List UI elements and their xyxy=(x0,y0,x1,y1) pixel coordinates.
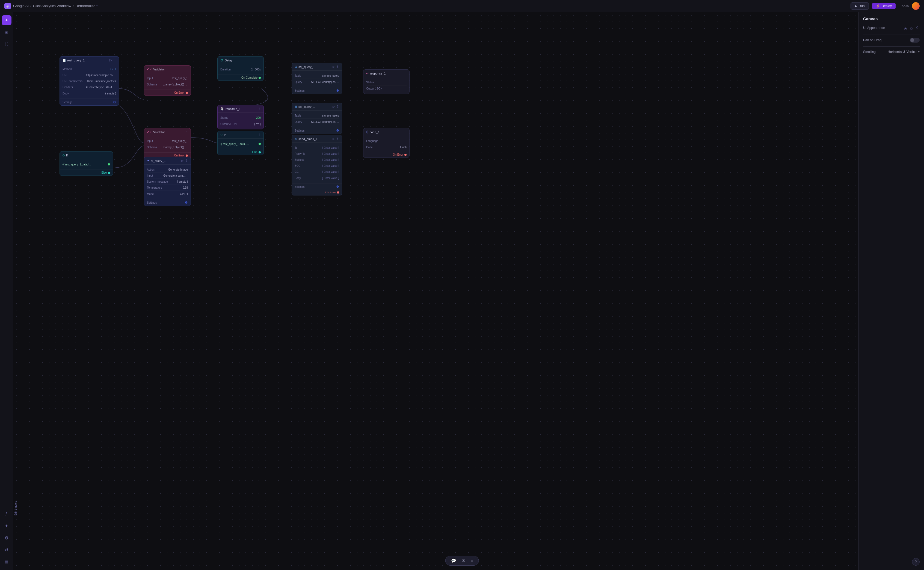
node-rest-query-1-actions: ▷ ⋮ xyxy=(109,58,116,62)
user-avatar[interactable] xyxy=(912,2,919,10)
more-icon-ai[interactable]: ⋮ xyxy=(185,159,188,162)
node-sql-query-1[interactable]: ⊞ sql_query_1 ▷ ⋮ Table sample_users Que… xyxy=(292,63,342,94)
error-dot-v1 xyxy=(186,92,188,94)
ui-appearance-row: UI Appearance A ☼ ☾ xyxy=(863,25,919,30)
play-small-icon[interactable]: ▷ xyxy=(109,58,112,62)
node-rest-query-1[interactable]: 📄 rest_query_1 ▷ ⋮ Method GET URL https:… xyxy=(60,56,119,106)
ui-appearance-controls: A ☼ ☾ xyxy=(904,25,919,30)
play-icon-email[interactable]: ▷ xyxy=(333,137,335,141)
db-icon-2: ⊞ xyxy=(295,105,297,108)
headers-row: Headers #Content-Type...#X-App-Env xyxy=(63,84,116,90)
node-response-1[interactable]: ↩ response_1 Status Output JSON xyxy=(363,69,409,94)
dark-mode-icon[interactable]: ☾ xyxy=(916,25,919,30)
panel-title: Canvas xyxy=(863,16,919,21)
node-code-1[interactable]: ⟨⟩ code_1 Language Code functi On Error xyxy=(363,128,409,158)
sidebar-layers-btn[interactable]: ⊞ xyxy=(2,27,11,37)
error-dot-v2 xyxy=(186,155,188,157)
inbox-icon[interactable]: ✉ xyxy=(462,558,465,563)
chevron-down-icon: ▾ xyxy=(97,5,98,8)
light-mode-icon[interactable]: ☼ xyxy=(910,26,913,30)
font-icon[interactable]: A xyxy=(904,26,907,30)
deploy-button[interactable]: ⚡ Deploy xyxy=(872,3,896,9)
bottom-bar: 💬 ✉ ≡ xyxy=(445,556,479,565)
play-icon-sql2[interactable]: ▷ xyxy=(333,105,335,108)
pan-on-drag-row: Pan on Drag xyxy=(863,38,919,43)
node-ai-query-1[interactable]: ✦ ai_query_1 ▷ ⋮ Action Generate Image I… xyxy=(144,157,191,206)
more-icon-sql2[interactable]: ⋮ xyxy=(336,105,339,108)
settings-icon-email[interactable]: ⚙ xyxy=(336,185,339,188)
play-icon-sql1[interactable]: ▷ xyxy=(333,65,335,69)
breadcrumb-current[interactable]: Denormalize ▾ xyxy=(75,4,98,8)
more-icon-email[interactable]: ⋮ xyxy=(336,137,339,141)
node-validator-1[interactable]: ✓✓ Validator ⋮ Input rest_query_1 Schema… xyxy=(144,65,191,96)
app-logo[interactable]: ◈ xyxy=(5,3,11,9)
response-icon: ↩ xyxy=(366,72,369,75)
more-icon-sql1[interactable]: ⋮ xyxy=(336,65,339,69)
sidebar-function-btn[interactable]: ƒ xyxy=(2,509,11,519)
menu-icon[interactable]: ≡ xyxy=(471,559,473,563)
if-icon-1: ◇ xyxy=(63,153,65,157)
pan-on-drag-label: Pan on Drag xyxy=(863,38,881,42)
canvas[interactable]: 📄 rest_query_1 ▷ ⋮ Method GET URL https:… xyxy=(13,12,924,570)
method-row: Method GET xyxy=(63,66,116,72)
more-icon-v1[interactable]: ⋮ xyxy=(185,67,188,71)
more-icon-if1[interactable]: ⋮ xyxy=(107,153,110,157)
topnav-left: ◈ Google AI / Click Analytics Workflow /… xyxy=(5,3,850,9)
toggle-thumb xyxy=(910,38,914,42)
node-validator-2[interactable]: ✓✓ Validator ⋮ Input rest_query_1 Schema… xyxy=(144,128,191,159)
breadcrumb-root[interactable]: Google AI xyxy=(13,4,29,8)
node-rest-query-1-body: Method GET URL https://api.example.com/{… xyxy=(60,64,119,98)
nodes-container: 📄 rest_query_1 ▷ ⋮ Method GET URL https:… xyxy=(13,12,924,570)
node-if-2[interactable]: ◇ If ⋮ {{ rest_query_1.data.length >= 5 … xyxy=(218,131,264,155)
breadcrumb-sep1: / xyxy=(30,4,31,8)
play-icon-ai[interactable]: ▷ xyxy=(181,159,184,162)
complete-dot xyxy=(259,77,261,79)
sidebar-settings-btn[interactable]: ⚙ xyxy=(2,533,11,543)
more-icon-v2[interactable]: ⋮ xyxy=(185,130,188,134)
if2-true-dot xyxy=(259,143,261,145)
sidebar-plugins-btn[interactable]: ✦ xyxy=(2,521,11,531)
help-button[interactable]: ? xyxy=(912,558,919,565)
chat-icon[interactable]: 💬 xyxy=(451,558,456,563)
run-label: Run xyxy=(859,4,865,8)
node-sql-query-2[interactable]: ⊞ sql_query_1 ▷ ⋮ Table sample_users Que… xyxy=(292,103,342,134)
breadcrumb-parent[interactable]: Click Analytics Workflow xyxy=(33,4,71,8)
sidebar: + ⊞ 〈〉 ƒ ✦ ⚙ ↺ ▤ Edit triggers xyxy=(0,12,13,570)
if2-else-dot xyxy=(259,151,261,153)
settings-icon-sql1[interactable]: ⚙ xyxy=(336,89,339,92)
zoom-level: 65% xyxy=(899,4,909,8)
more-icon-if2[interactable]: ⋮ xyxy=(258,133,261,136)
breadcrumb-sep2: / xyxy=(73,4,74,8)
sidebar-code-btn[interactable]: 〈〉 xyxy=(2,39,11,49)
play-icon: ▶ xyxy=(855,4,857,8)
chevron-down-icon-scrolling: ▾ xyxy=(918,51,919,53)
node-if-1[interactable]: ◇ If ⋮ {{ rest_query_1.data.length >= 5 … xyxy=(60,151,113,176)
node-rabbitmq-1[interactable]: 🐰 rabbitmq_1 ⋮ Status 200 Output JSON { … xyxy=(218,105,264,129)
sidebar-docs-btn[interactable]: ▤ xyxy=(2,557,11,567)
file-icon: 📄 xyxy=(63,59,66,62)
deploy-label: Deploy xyxy=(882,4,892,8)
scrolling-value: Horizontal & Vertical ▾ xyxy=(888,50,919,54)
validator-icon: ✓✓ xyxy=(147,67,152,71)
settings-icon[interactable]: ⚙ xyxy=(113,100,116,104)
node-send-email-1[interactable]: ✉ send_email_1 ▷ ⋮ To { Enter value } Re… xyxy=(292,135,342,195)
rabbit-icon: 🐰 xyxy=(221,107,224,110)
more-icon[interactable]: ⋮ xyxy=(113,58,116,62)
panel-divider-2 xyxy=(863,46,919,47)
sidebar-history-btn[interactable]: ↺ xyxy=(2,545,11,555)
run-button[interactable]: ▶ Run xyxy=(850,3,869,9)
node-validator-1-title: ✓✓ Validator xyxy=(147,67,165,71)
node-delay-1[interactable]: ⏱ Delay ⋮ Duration 1h 500s On Complete xyxy=(218,56,264,81)
ui-appearance-label: UI Appearance xyxy=(863,26,885,30)
more-icon-rabbit[interactable]: ⋮ xyxy=(258,107,261,110)
more-icon-delay[interactable]: ⋮ xyxy=(258,58,261,62)
email-icon: ✉ xyxy=(295,137,297,141)
timer-icon: ⏱ xyxy=(221,59,223,62)
pan-on-drag-toggle[interactable] xyxy=(910,38,919,43)
settings-icon-sql2[interactable]: ⚙ xyxy=(336,129,339,132)
if1-true-dot xyxy=(108,163,110,165)
settings-icon-ai[interactable]: ⚙ xyxy=(185,201,188,204)
add-button[interactable]: + xyxy=(2,15,11,25)
right-panel: Canvas UI Appearance A ☼ ☾ Pan on Drag S… xyxy=(858,12,924,570)
edit-triggers-label[interactable]: Edit triggers xyxy=(14,501,17,515)
